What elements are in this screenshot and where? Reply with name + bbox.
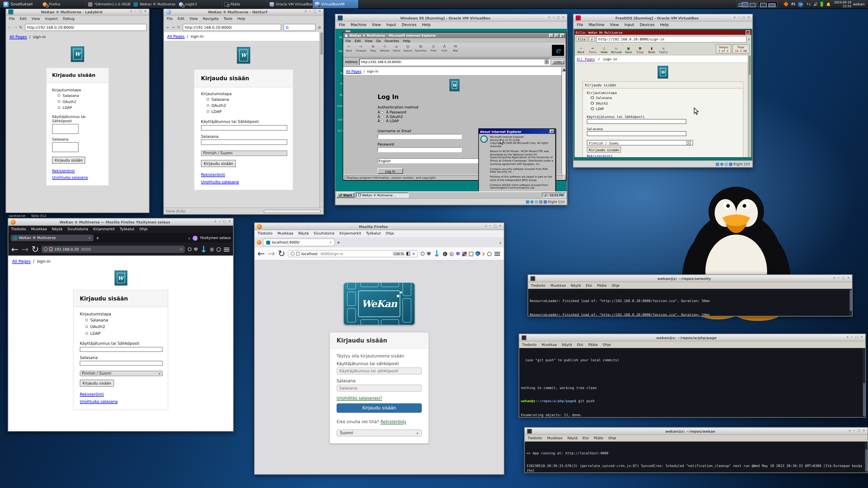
menu-etsi[interactable]: Etsi bbox=[586, 283, 592, 287]
menu-file[interactable]: File bbox=[9, 17, 15, 21]
menu-debug[interactable]: Debug bbox=[63, 17, 74, 21]
password-input[interactable] bbox=[80, 361, 163, 366]
radio-icon[interactable] bbox=[591, 96, 594, 99]
language-select[interactable]: Finnish / Suomi bbox=[201, 151, 287, 156]
tools-button[interactable]: ⚒Tools bbox=[659, 46, 668, 54]
shield-icon[interactable] bbox=[44, 248, 48, 251]
menu-nayta[interactable]: Näytä bbox=[52, 227, 62, 231]
minimize-icon[interactable]: ─ bbox=[489, 225, 491, 228]
menu-etsi[interactable]: Etsi bbox=[583, 436, 589, 440]
maximize-icon[interactable]: □ bbox=[742, 16, 745, 19]
minimize-icon[interactable]: ─ bbox=[838, 277, 840, 280]
menu-input[interactable]: Input bbox=[386, 23, 396, 27]
password-input[interactable] bbox=[201, 139, 287, 145]
menu-input[interactable]: Input bbox=[624, 23, 634, 27]
password-input[interactable] bbox=[337, 385, 422, 392]
radio-icon[interactable] bbox=[206, 98, 209, 101]
menu-nayta[interactable]: Näytä bbox=[567, 436, 578, 440]
menu-paate[interactable]: Pääte bbox=[597, 283, 607, 287]
dillo-titlebar[interactable]: Dillo: WeKan Â® Multiverse ✕ bbox=[575, 30, 751, 35]
minimize-icon[interactable]: _ bbox=[549, 33, 554, 37]
bookmark-star-icon[interactable]: ★ bbox=[412, 252, 415, 256]
radio-oauth2[interactable]: OAuth2 bbox=[80, 323, 162, 330]
reload-icon[interactable]: ↻ bbox=[31, 244, 39, 255]
forward-icon[interactable]: → bbox=[21, 244, 29, 255]
menu-ohje[interactable]: Ohje bbox=[603, 343, 611, 346]
menu-kirjanmerkit[interactable]: Kirjanmerkit bbox=[340, 231, 361, 236]
radio-oauth2[interactable]: OAuth2 bbox=[587, 100, 739, 105]
username-input[interactable] bbox=[377, 134, 462, 139]
hamburger-icon[interactable]: ≡ bbox=[223, 244, 230, 255]
forgot-password-link[interactable]: Unohditko salasanasi? bbox=[337, 396, 382, 400]
menu-file[interactable]: File bbox=[577, 23, 583, 27]
terminal-titlebar[interactable]: wekan@z: ~/repos/w/php/page ∧─□✕ bbox=[519, 334, 865, 341]
register-link[interactable]: Rekisteröinti bbox=[587, 154, 613, 157]
close-icon[interactable]: ✕ bbox=[499, 225, 502, 228]
task-terminal[interactable]: 5Pääte bbox=[222, 0, 268, 8]
download-icon[interactable]: ↓ bbox=[433, 249, 440, 259]
scrollbar[interactable]: ▲ bbox=[561, 67, 566, 174]
font-button[interactable]: AFont bbox=[440, 45, 449, 52]
menu-etsi[interactable]: Etsi bbox=[577, 343, 583, 346]
minimize-icon[interactable]: ─ bbox=[219, 220, 221, 223]
menu-inspect[interactable]: Inspect bbox=[45, 17, 58, 21]
netsurf-titlebar[interactable]: WeKan ® Multiverse - NetSurf ∧─□✕ bbox=[164, 8, 323, 15]
forgot-password-link[interactable]: Unohtuiko salasana bbox=[201, 180, 239, 184]
radio-salasana[interactable]: Salasana bbox=[201, 96, 286, 102]
menu-ohje[interactable]: Ohje bbox=[140, 227, 148, 231]
keyboard-layout-indicator[interactable]: FI bbox=[792, 2, 795, 6]
menu-tiedosto[interactable]: Tiedosto bbox=[257, 231, 272, 236]
all-pages-link[interactable]: All Pages bbox=[9, 35, 27, 39]
menu-help[interactable]: Help bbox=[660, 23, 669, 27]
radio-salasana[interactable]: Salasana bbox=[587, 95, 739, 100]
vbox-titlebar[interactable]: Windows 95 [Running] - Oracle VM Virtual… bbox=[336, 14, 567, 22]
shade-icon[interactable]: ∧ bbox=[848, 429, 851, 433]
radio-icon[interactable] bbox=[58, 94, 60, 97]
minimize-icon[interactable]: ─ bbox=[853, 429, 855, 433]
user-menu[interactable]: wekan bbox=[853, 2, 865, 6]
menu-help[interactable]: Help bbox=[422, 23, 431, 27]
language-select[interactable]: Finnish / Suomi▾ bbox=[587, 140, 693, 145]
forward-icon[interactable]: → bbox=[268, 249, 275, 259]
url-bar[interactable]: http://192.168.0.20:8000/ bbox=[182, 24, 281, 31]
menu-tyokalut[interactable]: Työkalut bbox=[366, 231, 381, 236]
radio-icon[interactable] bbox=[381, 120, 384, 123]
url-bar[interactable]: localhost:4000/sign-in 130 % ★ bbox=[288, 250, 418, 257]
home-button[interactable]: ⌂Home bbox=[599, 46, 609, 54]
menu-muokkaa[interactable]: Muokkaa bbox=[547, 436, 562, 440]
password-input[interactable] bbox=[587, 131, 686, 136]
radio-ldap[interactable]: LDAP bbox=[201, 108, 286, 115]
stop-button[interactable]: ⊠Stop bbox=[636, 46, 645, 54]
privacy-badger-icon[interactable] bbox=[456, 252, 460, 256]
close-icon[interactable]: ✕ bbox=[228, 220, 231, 223]
fingerprint-icon[interactable] bbox=[421, 252, 425, 256]
menu-paate[interactable]: Pääte bbox=[594, 436, 603, 440]
home-button[interactable]: ⌂Home bbox=[393, 45, 401, 52]
minimize-icon[interactable]: ─ bbox=[309, 10, 311, 13]
menu-muokkaa[interactable]: Muokkaa bbox=[277, 231, 293, 236]
radio-password[interactable]: Â Â Password bbox=[377, 110, 566, 115]
tab-localhost[interactable]: localhost:4000/ ✕ bbox=[264, 239, 334, 246]
radio-icon[interactable] bbox=[58, 100, 60, 103]
menu-paate[interactable]: Pääte bbox=[588, 343, 598, 346]
menu-tiedosto[interactable]: Tiedosto bbox=[528, 436, 542, 440]
login-button[interactable]: Log In bbox=[377, 168, 403, 173]
menu-tiedosto[interactable]: Tiedosto bbox=[11, 227, 26, 231]
menu-muokkaa[interactable]: Muokkaa bbox=[31, 227, 47, 231]
radio-salasana[interactable]: Salasana bbox=[80, 317, 162, 323]
scrollbar[interactable] bbox=[319, 32, 323, 207]
all-pages-link[interactable]: All Pages bbox=[346, 69, 362, 73]
menu-nayta[interactable]: Näytä bbox=[571, 283, 581, 287]
new-tab-button[interactable]: + bbox=[96, 235, 99, 240]
password-input[interactable] bbox=[377, 147, 462, 152]
register-link[interactable]: Rekisteröidy bbox=[380, 419, 406, 424]
extension-pencil-icon[interactable] bbox=[483, 252, 485, 256]
favorites-button[interactable]: ⊞Favorites bbox=[415, 45, 427, 52]
minimize-icon[interactable]: ─ bbox=[738, 16, 740, 19]
menu-tyokalut[interactable]: Työkalut bbox=[120, 227, 134, 231]
list-tabs-icon[interactable]: ∨ bbox=[499, 240, 502, 244]
menu-view[interactable]: View bbox=[610, 23, 619, 27]
desktop-volume-label[interactable]: Taltio (512 bbox=[31, 214, 46, 218]
menu-view[interactable]: View bbox=[365, 39, 373, 42]
minimize-icon[interactable]: ─ bbox=[851, 336, 853, 339]
